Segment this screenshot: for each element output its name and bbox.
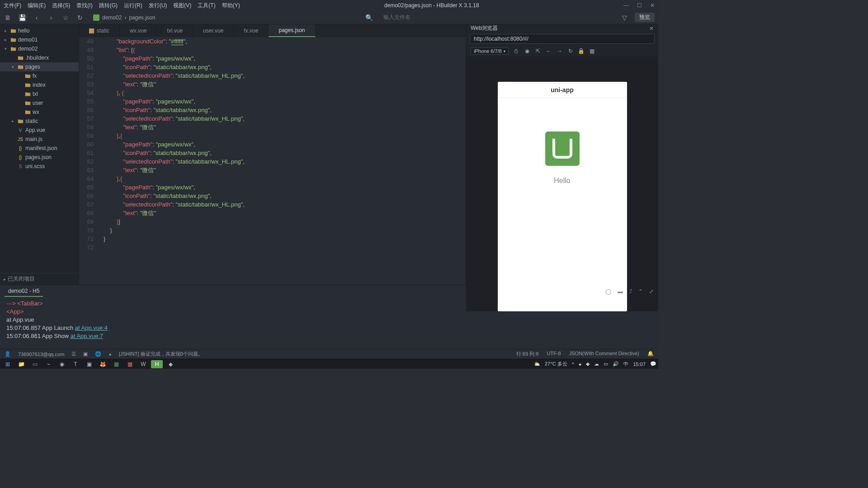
export-icon[interactable]: ⤴ xyxy=(629,288,632,295)
device-frame[interactable]: uni-app Hello xyxy=(498,82,627,311)
forward-icon[interactable]: › xyxy=(47,14,55,22)
reload-icon[interactable]: ↻ xyxy=(567,48,574,54)
menu-item[interactable]: 文件(F) xyxy=(4,2,21,9)
tree-item-App.vue[interactable]: VApp.vue xyxy=(0,126,79,135)
menu-item[interactable]: 编辑(E) xyxy=(28,2,46,9)
vscode-icon[interactable]: ⌁ xyxy=(42,360,54,368)
menu-item[interactable]: 运行(R) xyxy=(124,2,142,9)
firefox-icon[interactable]: 🦊 xyxy=(97,360,108,368)
tree-item-manifest.json[interactable]: {}manifest.json xyxy=(0,144,79,153)
chrome-icon[interactable]: ◉ xyxy=(56,360,68,368)
back-icon[interactable]: ‹ xyxy=(33,14,41,22)
tree-item-index[interactable]: index xyxy=(0,80,79,89)
ime-indicator[interactable]: 中 xyxy=(623,361,628,367)
language-mode[interactable]: JSON(With Comment Directive) xyxy=(569,351,639,357)
tree-item-pages[interactable]: ▾pages xyxy=(0,62,79,71)
indent-icon[interactable]: ☰ xyxy=(71,351,76,357)
globe-icon[interactable]: 🌐 xyxy=(95,351,101,357)
menu-item[interactable]: 查找(I) xyxy=(76,2,92,9)
encoding[interactable]: UTF-8 xyxy=(547,351,561,357)
tray-icon[interactable]: ☁ xyxy=(594,361,599,367)
tray-volume-icon[interactable]: 🔊 xyxy=(613,361,619,367)
account-label[interactable]: 736907613@qq.com xyxy=(18,352,64,357)
window-icon[interactable]: ▭ xyxy=(29,360,41,368)
tree-item-demo01[interactable]: ▸demo01 xyxy=(0,35,79,44)
clock[interactable]: 15:07 xyxy=(633,361,646,367)
menu-item[interactable]: 视图(V) xyxy=(173,2,191,9)
cursor-position[interactable]: 行:69 列:8 xyxy=(516,351,539,357)
closed-projects[interactable]: ▸ 已关闭项目 xyxy=(0,273,79,285)
tab-static[interactable]: static xyxy=(79,24,120,37)
tray-chevron-icon[interactable]: ^ xyxy=(572,361,574,367)
tab-fx.vue[interactable]: fx.vue xyxy=(234,24,269,37)
app-icon[interactable]: W xyxy=(137,360,149,368)
minimize-button[interactable]: — xyxy=(623,2,629,9)
tree-item-pages.json[interactable]: {}pages.json xyxy=(0,153,79,162)
notification-icon[interactable]: 💬 xyxy=(650,361,656,367)
tree-item-uni.scss[interactable]: Suni.scss xyxy=(0,162,79,171)
menu-item[interactable]: 工具(T) xyxy=(198,2,215,9)
code-editor[interactable]: 4849505152535455565758596061626364656667… xyxy=(79,37,466,285)
tab-txl.vue[interactable]: txl.vue xyxy=(157,24,193,37)
menu-item[interactable]: 选择(S) xyxy=(52,2,70,9)
weather-text[interactable]: 27°C 多云 xyxy=(545,361,567,367)
back-arrow-icon[interactable]: ← xyxy=(546,48,552,54)
app-icon[interactable]: T xyxy=(70,360,81,368)
clear-icon[interactable]: ▬ xyxy=(618,288,623,295)
menu-item[interactable]: 帮助(Y) xyxy=(222,2,240,9)
app-icon[interactable]: ◆ xyxy=(165,360,176,368)
terminal-icon[interactable]: ▣ xyxy=(83,351,88,357)
tree-item-static[interactable]: ▸static xyxy=(0,117,79,126)
star-icon[interactable]: ☆ xyxy=(61,14,70,22)
start-icon[interactable]: ⊞ xyxy=(2,360,14,368)
preview-button[interactable]: 预览 xyxy=(635,13,655,22)
tab-wx.vue[interactable]: wx.vue xyxy=(120,24,157,37)
close-button[interactable]: ✕ xyxy=(650,2,655,9)
app-icon[interactable]: ▣ xyxy=(83,360,95,368)
bell-icon[interactable]: 🔔 xyxy=(647,351,654,357)
tree-item-fx[interactable]: fx xyxy=(0,71,79,80)
tree-item-main.js[interactable]: JSmain.js xyxy=(0,135,79,144)
save-icon[interactable]: 💾 xyxy=(18,14,26,22)
search-icon[interactable]: 🔍 xyxy=(365,14,373,22)
tray-icon[interactable]: ▭ xyxy=(604,361,608,367)
external-icon[interactable]: ⇱ xyxy=(535,48,541,54)
breadcrumb-item[interactable]: pages.json xyxy=(129,14,155,21)
close-icon[interactable]: ✕ xyxy=(649,25,654,32)
search-placeholder[interactable]: 输入文件名 xyxy=(383,14,410,21)
tree-item-wx[interactable]: wx xyxy=(0,108,79,117)
refresh-icon[interactable]: ↻ xyxy=(76,14,84,22)
weather-icon[interactable]: ⛅ xyxy=(534,361,540,367)
filter-icon[interactable]: ▽ xyxy=(620,14,628,22)
lock-icon[interactable]: 🔒 xyxy=(578,48,585,54)
new-file-icon[interactable]: 🗎 xyxy=(4,14,12,22)
console-tab[interactable]: demo02 - H5 xyxy=(5,286,43,297)
console-output[interactable]: ---> <TabBar> <App> at App.vue15:07:06.8… xyxy=(0,298,658,349)
tab-user.vue[interactable]: user.vue xyxy=(193,24,234,37)
account-icon[interactable]: 👤 xyxy=(5,351,11,357)
device-selector[interactable]: iPhone 6/7/8▾ xyxy=(471,47,509,55)
code-content[interactable]: "backgroundColor": "#ffffff", "list": [{… xyxy=(98,37,466,285)
maximize-button[interactable]: ☐ xyxy=(637,2,642,9)
expand-icon[interactable]: ⤢ xyxy=(649,288,654,295)
menu-item[interactable]: 跳转(G) xyxy=(99,2,118,9)
tray-icon[interactable]: ◆ xyxy=(586,361,590,367)
tree-item-.hbuilderx[interactable]: .hbuilderx xyxy=(0,53,79,62)
capture-icon[interactable]: ⎙ xyxy=(513,48,519,54)
inspect-icon[interactable]: ◉ xyxy=(524,48,530,54)
collapse-icon[interactable]: ⌃ xyxy=(638,288,643,295)
explorer-icon[interactable]: 📁 xyxy=(15,360,27,368)
menu-item[interactable]: 发行(U) xyxy=(149,2,167,9)
hbuilder-icon[interactable]: H xyxy=(151,360,163,368)
tab-pages.json[interactable]: pages.json xyxy=(269,24,315,37)
breadcrumb-item[interactable]: demo02 xyxy=(102,14,122,21)
tray-icon[interactable]: ● xyxy=(579,361,582,367)
stop-icon[interactable]: ◯ xyxy=(605,288,611,295)
app-icon[interactable]: ▦ xyxy=(110,360,122,368)
grid-icon[interactable]: ▦ xyxy=(589,48,595,54)
forward-arrow-icon[interactable]: → xyxy=(557,48,563,54)
url-bar[interactable]: http://localhost:8080/#/ xyxy=(470,34,655,44)
tree-item-hello[interactable]: ▸hello xyxy=(0,26,79,35)
tree-item-demo02[interactable]: ▾demo02 xyxy=(0,44,79,53)
app-icon[interactable]: ▦ xyxy=(124,360,136,368)
